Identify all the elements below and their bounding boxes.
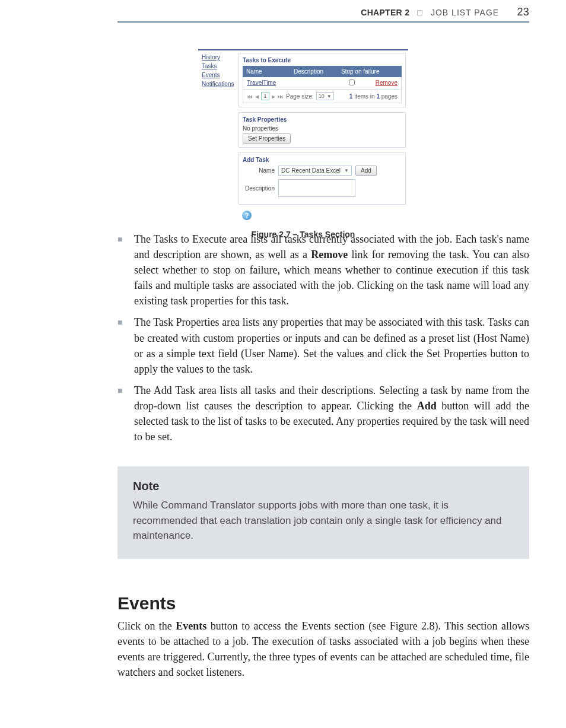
no-properties-text: No properties <box>243 125 402 132</box>
pager-mid: items in <box>352 93 376 100</box>
pager-prev-icon[interactable]: ◀ <box>255 93 259 100</box>
chapter-label: CHAPTER 2 <box>361 8 409 17</box>
add-button[interactable]: Add <box>355 166 377 176</box>
bullet-list: ■ The Tasks to Execute area lists all ta… <box>117 231 529 450</box>
name-label: Name <box>243 167 275 174</box>
set-properties-button[interactable]: Set Properties <box>243 133 291 144</box>
grid-header: Name Description Stop on failure <box>243 66 402 77</box>
page-title: JOB LIST PAGE <box>431 8 499 17</box>
separator-square-icon: ☐ <box>416 9 423 17</box>
panel-title: Add Task <box>243 157 402 163</box>
pager-end: pages <box>380 93 398 100</box>
pager-next-icon[interactable]: ▶ <box>272 93 275 100</box>
remove-link[interactable]: Remove <box>376 80 398 86</box>
page-size-value: 10 <box>319 93 325 99</box>
chevron-down-icon: ▼ <box>344 168 349 173</box>
page-size-label: Page size: <box>286 93 314 100</box>
page-number: 23 <box>517 6 529 18</box>
task-name-select[interactable]: DC Recent Data Excel ▼ <box>278 166 352 176</box>
bullet-square-icon: ■ <box>117 383 134 444</box>
bullet-3: The Add Task area lists all tasks and th… <box>134 383 529 444</box>
pager-summary: 1 items in 1 pages <box>349 93 398 100</box>
bullet-square-icon: ■ <box>117 314 134 376</box>
events-heading: Events <box>117 593 176 613</box>
stop-on-failure-checkbox[interactable] <box>338 77 365 89</box>
panel-title: Task Properties <box>243 116 402 123</box>
pager: ⏮ ◀ 1 ▶ ⏭ Page size: 10▼ 1 items in 1 pa… <box>243 90 402 103</box>
screenshot-tasks-section: History Tasks Events Notifications Tasks… <box>198 49 408 224</box>
header-rule <box>117 21 529 23</box>
sidebar-item-history[interactable]: History <box>202 54 236 61</box>
page-size-select[interactable]: 10▼ <box>316 92 334 100</box>
running-header: CHAPTER 2 ☐ JOB LIST PAGE 23 <box>361 6 529 18</box>
note-body: While Command Translator supports jobs w… <box>133 498 514 543</box>
sidebar-item-tasks[interactable]: Tasks <box>202 63 236 69</box>
tasks-to-execute-panel: Tasks to Execute Name Description Stop o… <box>239 53 406 107</box>
pager-first-icon[interactable]: ⏮ <box>247 93 253 100</box>
bullet-2: The Task Properties area lists any prope… <box>134 314 529 376</box>
bullet-square-icon: ■ <box>117 231 134 309</box>
sidebar-item-events[interactable]: Events <box>202 72 236 78</box>
add-task-panel: Add Task Name DC Recent Data Excel ▼ Add… <box>239 152 406 205</box>
sidebar-item-notifications[interactable]: Notifications <box>202 81 236 87</box>
panel-title: Tasks to Execute <box>243 57 402 63</box>
note-heading: Note <box>133 479 514 493</box>
col-description: Description <box>290 66 338 77</box>
bullet-1: The Tasks to Execute area lists all task… <box>134 231 529 309</box>
note-box: Note While Command Translator supports j… <box>117 466 529 559</box>
figure-2-7: History Tasks Events Notifications Tasks… <box>198 49 408 239</box>
help-icon[interactable]: ? <box>242 211 252 220</box>
side-tabs: History Tasks Events Notifications <box>198 50 239 224</box>
table-row: TravelTime Remove <box>243 77 402 90</box>
description-label: Description <box>243 185 275 192</box>
task-description-cell <box>291 77 338 89</box>
pager-page-input[interactable]: 1 <box>261 92 269 100</box>
pager-last-icon[interactable]: ⏭ <box>278 93 284 100</box>
task-properties-panel: Task Properties No properties Set Proper… <box>239 112 406 148</box>
col-stop-on-failure: Stop on failure <box>338 66 402 77</box>
checkbox[interactable] <box>349 80 355 85</box>
description-textarea[interactable] <box>278 179 355 197</box>
events-paragraph: Click on the Events button to access the… <box>117 618 529 680</box>
task-name-value: DC Recent Data Excel <box>281 167 341 174</box>
col-name: Name <box>243 66 290 77</box>
task-name-link[interactable]: TravelTime <box>243 77 291 89</box>
chevron-down-icon: ▼ <box>327 94 332 99</box>
